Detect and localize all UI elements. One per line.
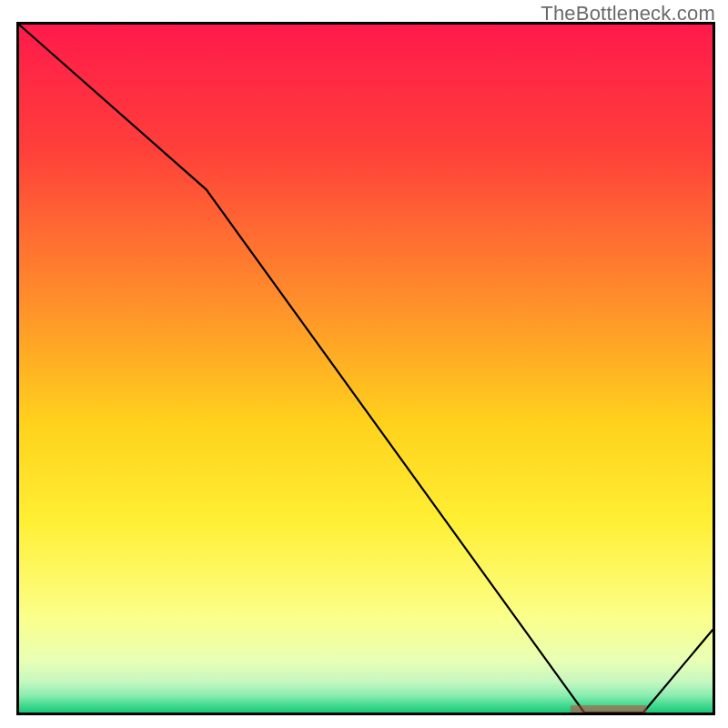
- trough-marker: [571, 705, 647, 713]
- watermark-text: TheBottleneck.com: [541, 2, 715, 25]
- chart-background: [19, 25, 713, 713]
- line-chart: [0, 0, 728, 728]
- chart-container: TheBottleneck.com: [0, 0, 728, 728]
